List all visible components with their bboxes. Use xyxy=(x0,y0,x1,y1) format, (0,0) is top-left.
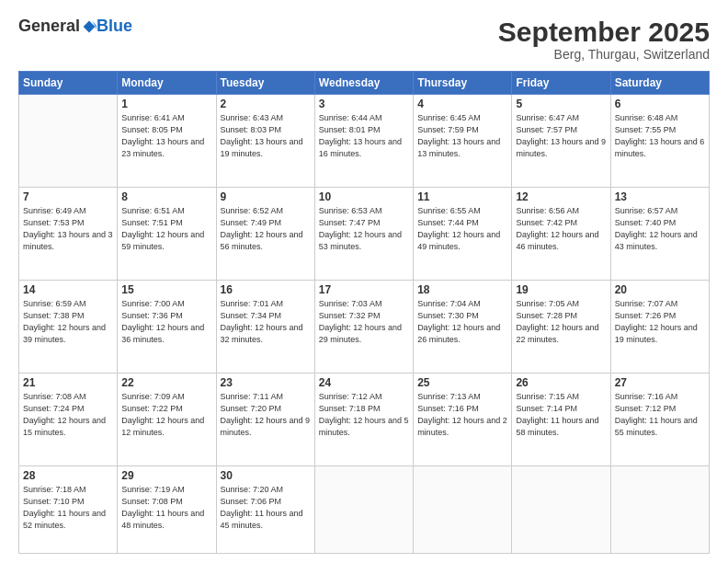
table-row: 24Sunrise: 7:12 AM Sunset: 7:18 PM Dayli… xyxy=(314,373,413,466)
day-number: 7 xyxy=(23,190,113,203)
day-number: 4 xyxy=(417,98,507,110)
day-number: 1 xyxy=(121,98,211,110)
day-number: 22 xyxy=(121,376,211,389)
table-row: 20Sunrise: 7:07 AM Sunset: 7:26 PM Dayli… xyxy=(610,281,709,373)
col-thursday: Thursday xyxy=(414,72,512,95)
table-row: 14Sunrise: 6:59 AM Sunset: 7:38 PM Dayli… xyxy=(19,281,118,373)
logo-general: General xyxy=(18,17,80,36)
table-row: 25Sunrise: 7:13 AM Sunset: 7:16 PM Dayli… xyxy=(414,373,512,466)
col-saturday: Saturday xyxy=(610,72,709,95)
day-info: Sunrise: 7:12 AM Sunset: 7:18 PM Dayligh… xyxy=(319,391,409,439)
day-info: Sunrise: 6:56 AM Sunset: 7:42 PM Dayligh… xyxy=(516,205,606,253)
day-number: 19 xyxy=(516,283,606,296)
table-row: 8Sunrise: 6:51 AM Sunset: 7:51 PM Daylig… xyxy=(118,188,216,281)
table-row: 30Sunrise: 7:20 AM Sunset: 7:06 PM Dayli… xyxy=(216,466,314,554)
day-info: Sunrise: 7:01 AM Sunset: 7:34 PM Dayligh… xyxy=(221,298,311,346)
day-number: 20 xyxy=(615,283,705,296)
day-info: Sunrise: 6:47 AM Sunset: 7:57 PM Dayligh… xyxy=(516,112,606,160)
day-info: Sunrise: 7:05 AM Sunset: 7:28 PM Dayligh… xyxy=(516,298,606,346)
day-info: Sunrise: 7:07 AM Sunset: 7:26 PM Dayligh… xyxy=(615,298,705,346)
table-row: 2Sunrise: 6:43 AM Sunset: 8:03 PM Daylig… xyxy=(216,95,314,188)
day-info: Sunrise: 6:55 AM Sunset: 7:44 PM Dayligh… xyxy=(417,205,507,253)
table-row: 27Sunrise: 7:16 AM Sunset: 7:12 PM Dayli… xyxy=(610,373,709,466)
title-block: September 2025 Berg, Thurgau, Switzerlan… xyxy=(498,17,710,62)
day-number: 21 xyxy=(23,376,113,389)
day-number: 10 xyxy=(319,190,409,203)
calendar-header-row: Sunday Monday Tuesday Wednesday Thursday… xyxy=(19,72,710,95)
table-row: 23Sunrise: 7:11 AM Sunset: 7:20 PM Dayli… xyxy=(216,373,314,466)
table-row: 19Sunrise: 7:05 AM Sunset: 7:28 PM Dayli… xyxy=(512,281,610,373)
col-wednesday: Wednesday xyxy=(314,72,413,95)
day-number: 28 xyxy=(23,469,113,482)
table-row: 4Sunrise: 6:45 AM Sunset: 7:59 PM Daylig… xyxy=(414,95,512,188)
day-number: 8 xyxy=(121,190,211,203)
table-row: 9Sunrise: 6:52 AM Sunset: 7:49 PM Daylig… xyxy=(216,188,314,281)
table-row: 28Sunrise: 7:18 AM Sunset: 7:10 PM Dayli… xyxy=(19,466,118,554)
day-info: Sunrise: 6:49 AM Sunset: 7:53 PM Dayligh… xyxy=(23,205,113,253)
table-row: 11Sunrise: 6:55 AM Sunset: 7:44 PM Dayli… xyxy=(414,188,512,281)
table-row: 18Sunrise: 7:04 AM Sunset: 7:30 PM Dayli… xyxy=(414,281,512,373)
header: General Blue September 2025 Berg, Thurga… xyxy=(18,17,710,62)
day-info: Sunrise: 6:53 AM Sunset: 7:47 PM Dayligh… xyxy=(319,205,409,253)
calendar-week-row: 1Sunrise: 6:41 AM Sunset: 8:05 PM Daylig… xyxy=(19,95,710,188)
month-title: September 2025 xyxy=(498,17,710,47)
day-number: 24 xyxy=(319,376,409,389)
calendar-week-row: 14Sunrise: 6:59 AM Sunset: 7:38 PM Dayli… xyxy=(19,281,710,373)
day-info: Sunrise: 7:20 AM Sunset: 7:06 PM Dayligh… xyxy=(221,484,311,532)
day-number: 18 xyxy=(417,283,507,296)
table-row xyxy=(512,466,610,554)
day-info: Sunrise: 7:16 AM Sunset: 7:12 PM Dayligh… xyxy=(615,391,705,439)
table-row: 5Sunrise: 6:47 AM Sunset: 7:57 PM Daylig… xyxy=(512,95,610,188)
day-number: 9 xyxy=(221,190,311,203)
table-row xyxy=(19,95,118,188)
day-info: Sunrise: 7:09 AM Sunset: 7:22 PM Dayligh… xyxy=(121,391,211,439)
table-row: 26Sunrise: 7:15 AM Sunset: 7:14 PM Dayli… xyxy=(512,373,610,466)
calendar-week-row: 21Sunrise: 7:08 AM Sunset: 7:24 PM Dayli… xyxy=(19,373,710,466)
day-number: 16 xyxy=(221,283,311,296)
day-info: Sunrise: 6:52 AM Sunset: 7:49 PM Dayligh… xyxy=(221,205,311,253)
table-row: 7Sunrise: 6:49 AM Sunset: 7:53 PM Daylig… xyxy=(19,188,118,281)
day-info: Sunrise: 7:11 AM Sunset: 7:20 PM Dayligh… xyxy=(221,391,311,439)
col-monday: Monday xyxy=(118,72,216,95)
logo: General Blue xyxy=(18,17,132,36)
day-info: Sunrise: 7:19 AM Sunset: 7:08 PM Dayligh… xyxy=(121,484,211,532)
table-row: 1Sunrise: 6:41 AM Sunset: 8:05 PM Daylig… xyxy=(118,95,216,188)
table-row: 15Sunrise: 7:00 AM Sunset: 7:36 PM Dayli… xyxy=(118,281,216,373)
day-info: Sunrise: 7:00 AM Sunset: 7:36 PM Dayligh… xyxy=(121,298,211,346)
location: Berg, Thurgau, Switzerland xyxy=(498,47,710,62)
day-info: Sunrise: 6:51 AM Sunset: 7:51 PM Dayligh… xyxy=(121,205,211,253)
table-row xyxy=(414,466,512,554)
day-number: 23 xyxy=(221,376,311,389)
day-info: Sunrise: 7:15 AM Sunset: 7:14 PM Dayligh… xyxy=(516,391,606,439)
calendar-week-row: 7Sunrise: 6:49 AM Sunset: 7:53 PM Daylig… xyxy=(19,188,710,281)
day-number: 29 xyxy=(121,469,211,482)
col-tuesday: Tuesday xyxy=(216,72,314,95)
day-number: 5 xyxy=(516,98,606,110)
day-info: Sunrise: 7:13 AM Sunset: 7:16 PM Dayligh… xyxy=(417,391,507,439)
table-row: 6Sunrise: 6:48 AM Sunset: 7:55 PM Daylig… xyxy=(610,95,709,188)
day-info: Sunrise: 7:03 AM Sunset: 7:32 PM Dayligh… xyxy=(319,298,409,346)
table-row xyxy=(314,466,413,554)
calendar-table: Sunday Monday Tuesday Wednesday Thursday… xyxy=(18,71,710,554)
day-number: 15 xyxy=(121,283,211,296)
day-info: Sunrise: 6:45 AM Sunset: 7:59 PM Dayligh… xyxy=(417,112,507,160)
day-info: Sunrise: 7:18 AM Sunset: 7:10 PM Dayligh… xyxy=(23,484,113,532)
day-number: 2 xyxy=(221,98,311,110)
calendar-week-row: 28Sunrise: 7:18 AM Sunset: 7:10 PM Dayli… xyxy=(19,466,710,554)
day-number: 17 xyxy=(319,283,409,296)
day-info: Sunrise: 6:59 AM Sunset: 7:38 PM Dayligh… xyxy=(23,298,113,346)
day-number: 30 xyxy=(221,469,311,482)
day-info: Sunrise: 6:57 AM Sunset: 7:40 PM Dayligh… xyxy=(615,205,705,253)
day-number: 27 xyxy=(615,376,705,389)
table-row: 13Sunrise: 6:57 AM Sunset: 7:40 PM Dayli… xyxy=(610,188,709,281)
table-row: 12Sunrise: 6:56 AM Sunset: 7:42 PM Dayli… xyxy=(512,188,610,281)
table-row: 22Sunrise: 7:09 AM Sunset: 7:22 PM Dayli… xyxy=(118,373,216,466)
col-sunday: Sunday xyxy=(19,72,118,95)
col-friday: Friday xyxy=(512,72,610,95)
day-info: Sunrise: 7:08 AM Sunset: 7:24 PM Dayligh… xyxy=(23,391,113,439)
day-info: Sunrise: 6:48 AM Sunset: 7:55 PM Dayligh… xyxy=(615,112,705,160)
day-number: 6 xyxy=(615,98,705,110)
day-number: 14 xyxy=(23,283,113,296)
logo-icon xyxy=(82,19,97,34)
table-row: 17Sunrise: 7:03 AM Sunset: 7:32 PM Dayli… xyxy=(314,281,413,373)
